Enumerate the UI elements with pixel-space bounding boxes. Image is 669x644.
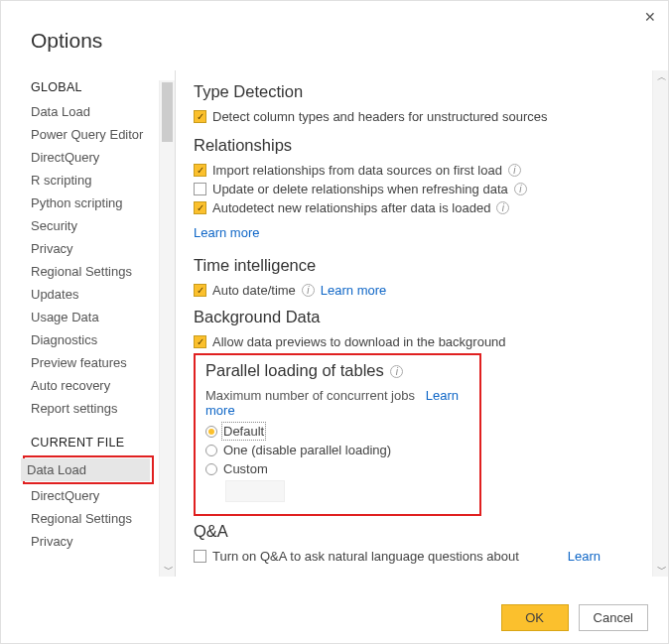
sidebar-scrollbar[interactable]: ︿ ﹀ [159, 80, 175, 577]
dialog-body: GLOBAL Data Load Power Query Editor Dire… [1, 70, 668, 577]
chevron-down-icon[interactable]: ﹀ [164, 563, 174, 577]
sidebar-item-data-load-global[interactable]: Data Load [31, 100, 175, 123]
dialog-footer: OK Cancel [501, 604, 648, 631]
content-scrollbar[interactable]: ︿ ﹀ [652, 70, 668, 577]
ok-button[interactable]: OK [501, 604, 569, 631]
sidebar-item-privacy-global[interactable]: Privacy [31, 237, 175, 260]
info-icon[interactable] [496, 201, 509, 214]
sidebar-item-directquery-current[interactable]: DirectQuery [31, 484, 175, 507]
label-one: One (disable parallel loading) [223, 443, 391, 457]
info-icon[interactable] [508, 164, 521, 177]
checkbox-qna[interactable] [194, 550, 206, 563]
sidebar-item-regional-global[interactable]: Regional Settings [31, 260, 175, 283]
chevron-down-icon[interactable]: ﹀ [657, 563, 667, 577]
checkbox-update-rel[interactable] [194, 183, 206, 195]
label-update-rel: Update or delete relationships when refr… [212, 182, 508, 196]
radio-one[interactable] [205, 445, 217, 456]
section-parallel: Parallel loading of tables [205, 361, 469, 380]
dialog-title: Options [1, 1, 668, 53]
sidebar-item-power-query[interactable]: Power Query Editor [31, 123, 175, 146]
link-learn-more-time[interactable]: Learn more [321, 283, 386, 298]
section-time: Time intelligence [194, 256, 646, 275]
link-learn-more-rel[interactable]: Learn more [194, 225, 259, 240]
sidebar-item-preview-features[interactable]: Preview features [31, 351, 175, 374]
sidebar-item-security[interactable]: Security [31, 214, 175, 237]
checkbox-import-rel[interactable] [194, 164, 206, 177]
sidebar-heading-global: GLOBAL [31, 80, 175, 94]
link-learn-qna[interactable]: Learn [568, 549, 601, 564]
sidebar-item-report-settings[interactable]: Report settings [31, 397, 175, 420]
sidebar: GLOBAL Data Load Power Query Editor Dire… [1, 70, 175, 577]
label-default: Default [223, 424, 264, 439]
label-import-rel: Import relationships from data sources o… [212, 163, 502, 178]
section-qna: Q&A [194, 522, 646, 541]
sidebar-item-r-scripting[interactable]: R scripting [31, 169, 175, 192]
sidebar-item-auto-recovery[interactable]: Auto recovery [31, 374, 175, 397]
highlight-parallel: Parallel loading of tables Maximum numbe… [194, 353, 481, 516]
cancel-button[interactable]: Cancel [579, 604, 648, 631]
info-icon[interactable] [390, 365, 403, 378]
checkbox-autodetect-rel[interactable] [194, 201, 206, 214]
scrollbar-thumb[interactable] [162, 82, 173, 142]
checkbox-bg-preview[interactable] [194, 335, 206, 348]
section-type-detection: Type Detection [194, 82, 646, 101]
parallel-sublabel: Maximum number of concurrent jobs Learn … [205, 388, 469, 418]
sidebar-item-directquery-global[interactable]: DirectQuery [31, 146, 175, 169]
sidebar-item-updates[interactable]: Updates [31, 283, 175, 306]
sidebar-item-diagnostics[interactable]: Diagnostics [31, 328, 175, 351]
label-detect-types: Detect column types and headers for unst… [212, 109, 547, 124]
radio-custom[interactable] [205, 463, 217, 475]
label-bg-preview: Allow data previews to download in the b… [212, 334, 506, 349]
sidebar-heading-current: CURRENT FILE [31, 436, 175, 450]
checkbox-auto-datetime[interactable] [194, 284, 206, 297]
content-pane: Type Detection Detect column types and h… [175, 70, 668, 577]
sidebar-item-privacy-current[interactable]: Privacy [31, 530, 175, 553]
sidebar-item-usage-data[interactable]: Usage Data [31, 306, 175, 328]
label-qna: Turn on Q&A to ask natural language ques… [212, 549, 519, 564]
section-bg: Background Data [194, 308, 646, 326]
sidebar-item-regional-current[interactable]: Regional Settings [31, 507, 175, 530]
info-icon[interactable] [514, 183, 527, 195]
checkbox-detect-types[interactable] [194, 110, 206, 123]
highlight-data-load: Data Load [23, 455, 154, 484]
sidebar-item-data-load-current[interactable]: Data Load [21, 458, 150, 481]
label-auto-datetime: Auto date/time [212, 283, 296, 298]
custom-jobs-input[interactable] [225, 480, 285, 502]
info-icon[interactable] [302, 284, 315, 297]
section-relationships: Relationships [194, 136, 646, 155]
label-autodetect-rel: Autodetect new relationships after data … [212, 200, 490, 215]
label-custom: Custom [223, 461, 268, 476]
radio-default[interactable] [205, 426, 217, 438]
chevron-up-icon[interactable]: ︿ [657, 70, 667, 84]
close-icon[interactable]: ✕ [644, 9, 656, 25]
sidebar-item-python-scripting[interactable]: Python scripting [31, 192, 175, 214]
